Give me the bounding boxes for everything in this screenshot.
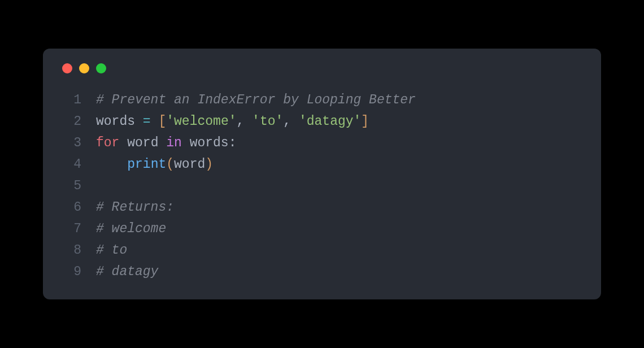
window-titlebar xyxy=(60,63,584,73)
code-content: # to xyxy=(96,240,127,261)
code-token: for xyxy=(96,136,119,150)
line-number: 3 xyxy=(60,132,81,154)
code-token: 'welcome' xyxy=(166,114,236,129)
code-line: 2words = ['welcome', 'to', 'datagy'] xyxy=(60,111,584,132)
code-line: 6# Returns: xyxy=(60,197,584,218)
minimize-icon[interactable] xyxy=(79,63,89,73)
line-number: 9 xyxy=(60,261,81,282)
line-number: 2 xyxy=(60,111,81,132)
code-line: 8# to xyxy=(60,240,584,261)
close-icon[interactable] xyxy=(62,63,72,73)
code-line: 7# welcome xyxy=(60,218,584,240)
code-token: word xyxy=(174,157,205,172)
code-token: , xyxy=(237,114,253,129)
code-token: # to xyxy=(96,243,127,258)
maximize-icon[interactable] xyxy=(96,63,106,73)
code-token: word xyxy=(119,136,166,150)
code-line: 1# Prevent an IndexError by Looping Bett… xyxy=(60,89,584,111)
code-content: for word in words: xyxy=(96,132,237,154)
code-token: # welcome xyxy=(96,221,166,236)
code-token: 'datagy' xyxy=(299,114,361,129)
code-token: words xyxy=(96,114,143,129)
code-token: # Prevent an IndexError by Looping Bette… xyxy=(96,93,416,107)
code-token: # Returns: xyxy=(96,200,174,215)
code-token xyxy=(96,157,127,172)
code-token xyxy=(151,114,159,129)
code-token: 'to' xyxy=(252,114,283,129)
code-content: # welcome xyxy=(96,218,166,240)
line-number: 8 xyxy=(60,240,81,261)
line-number: 4 xyxy=(60,154,81,175)
code-token: = xyxy=(143,114,151,129)
code-content: # Prevent an IndexError by Looping Bette… xyxy=(96,89,416,111)
code-token: : xyxy=(229,136,237,150)
code-token: ( xyxy=(166,157,174,172)
code-area: 1# Prevent an IndexError by Looping Bett… xyxy=(60,89,584,282)
line-number: 1 xyxy=(60,89,81,111)
code-content: words = ['welcome', 'to', 'datagy'] xyxy=(96,111,369,132)
line-number: 5 xyxy=(60,175,81,197)
code-line: 3for word in words: xyxy=(60,132,584,154)
code-line: 5 xyxy=(60,175,584,197)
code-content: # datagy xyxy=(96,261,158,282)
code-content: # Returns: xyxy=(96,197,174,218)
line-number: 6 xyxy=(60,197,81,218)
code-token: , xyxy=(283,114,299,129)
code-content: print(word) xyxy=(96,154,213,175)
code-token: # datagy xyxy=(96,264,158,279)
code-line: 9# datagy xyxy=(60,261,584,282)
code-token: ) xyxy=(205,157,213,172)
code-token: words xyxy=(182,136,229,150)
code-window: 1# Prevent an IndexError by Looping Bett… xyxy=(43,49,601,299)
code-token: print xyxy=(127,157,166,172)
code-token: in xyxy=(166,136,182,150)
code-line: 4 print(word) xyxy=(60,154,584,175)
line-number: 7 xyxy=(60,218,81,240)
code-token: [ xyxy=(158,114,166,129)
code-token: ] xyxy=(361,114,369,129)
